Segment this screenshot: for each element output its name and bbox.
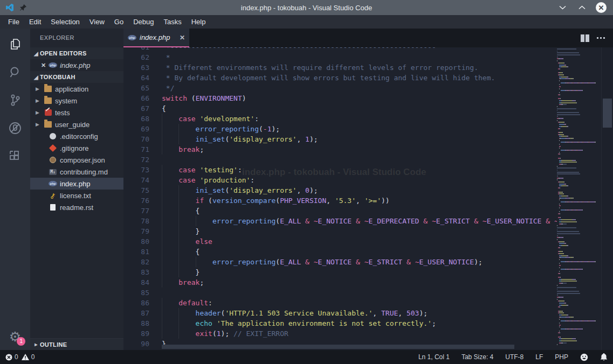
menu-go[interactable]: Go	[109, 16, 128, 27]
line-number[interactable]: 90	[123, 339, 162, 349]
line-number[interactable]: 86	[123, 298, 162, 308]
tree-item-system[interactable]: ▶system	[30, 95, 123, 107]
tree-item-license-txt[interactable]: ⚷license.txt	[30, 190, 123, 201]
warnings-indicator[interactable]: 0	[22, 353, 35, 361]
line-number[interactable]: 80	[123, 236, 162, 247]
line-number[interactable]: 68	[123, 114, 162, 124]
cursor-position[interactable]: Ln 1, Col 1	[418, 353, 450, 361]
code-line-73[interactable]: 73case 'testing':	[123, 165, 557, 175]
line-number[interactable]: 89	[123, 328, 162, 339]
minimap[interactable]	[557, 47, 601, 350]
tree-item-gitignore[interactable]: .gitignore	[30, 142, 123, 154]
line-number[interactable]: 66	[123, 93, 162, 103]
code-line-85[interactable]: 85	[123, 288, 557, 298]
vertical-scrollbar[interactable]	[601, 47, 613, 350]
code-line-70[interactable]: 70ini_set('display_errors', 1);	[123, 134, 557, 144]
line-number[interactable]: 75	[123, 185, 162, 195]
tree-item-readme-rst[interactable]: readme.rst	[30, 201, 123, 213]
line-number[interactable]: 72	[123, 155, 162, 165]
code-line-72[interactable]: 72	[123, 155, 557, 165]
code-line-87[interactable]: 87header('HTTP/1.1 503 Service Unavailab…	[123, 308, 557, 318]
code-line-69[interactable]: 69error_reporting(-1);	[123, 124, 557, 134]
line-number[interactable]: 77	[123, 206, 162, 216]
line-number[interactable]: 70	[123, 134, 162, 144]
line-number[interactable]: 76	[123, 195, 162, 206]
line-number[interactable]: 73	[123, 165, 162, 175]
feedback-smiley-icon[interactable]	[580, 353, 588, 361]
tab-size[interactable]: Tab Size: 4	[462, 353, 493, 361]
code-line-80[interactable]: 80else	[123, 236, 557, 247]
code-line-71[interactable]: 71break;	[123, 144, 557, 155]
code-line-78[interactable]: 78error_reporting(E_ALL & ~E_NOTICE & ~E…	[123, 216, 557, 226]
project-root-header[interactable]: ◢ TOKOBUAH	[30, 71, 123, 83]
code-line-74[interactable]: 74case 'production':	[123, 175, 557, 185]
line-number[interactable]: 85	[123, 288, 162, 298]
tab-close-icon[interactable]: ✕	[180, 34, 185, 41]
extensions-icon[interactable]	[7, 148, 23, 164]
code-line-63[interactable]: 63 * Different environments will require…	[123, 62, 557, 73]
line-number[interactable]: 63	[123, 62, 162, 73]
language-mode[interactable]: PHP	[555, 353, 568, 361]
line-number[interactable]: 67	[123, 103, 162, 114]
line-number[interactable]: 87	[123, 308, 162, 318]
tree-item-tests[interactable]: ▶tests	[30, 107, 123, 118]
editor[interactable]: 61 *------------------------------------…	[123, 47, 613, 350]
split-editor-icon[interactable]	[581, 34, 589, 42]
settings-gear-icon[interactable]: ⚙ 1	[9, 330, 21, 344]
code-line-82[interactable]: 82error_reporting(E_ALL & ~E_NOTICE & ~E…	[123, 257, 557, 267]
horizontal-scrollbar[interactable]	[162, 345, 545, 349]
open-editors-header[interactable]: ◢ OPEN EDITORS	[30, 47, 123, 59]
vertical-scrollbar-thumb[interactable]	[603, 99, 612, 128]
maximize-icon[interactable]	[576, 2, 587, 13]
minimize-icon[interactable]	[557, 2, 568, 13]
tab-index-php[interactable]: php index.php ✕	[123, 29, 189, 47]
menu-tasks[interactable]: Tasks	[159, 16, 186, 27]
code-line-62[interactable]: 62 *	[123, 52, 557, 62]
pin-icon[interactable]	[19, 4, 27, 11]
code-line-64[interactable]: 64 * By default development will show er…	[123, 73, 557, 83]
tree-item-application[interactable]: ▶application	[30, 83, 123, 95]
code-line-89[interactable]: 89exit(1); // EXIT_ERROR	[123, 328, 557, 339]
notifications-bell-icon[interactable]	[600, 353, 608, 361]
code-line-81[interactable]: 81{	[123, 247, 557, 257]
code-area[interactable]: 61 *------------------------------------…	[123, 47, 557, 350]
tree-item-composer-json[interactable]: composer.json	[30, 154, 123, 166]
tree-item-user_guide[interactable]: ▶user_guide	[30, 118, 123, 130]
menu-view[interactable]: View	[85, 16, 109, 27]
code-line-84[interactable]: 84break;	[123, 277, 557, 288]
code-line-67[interactable]: 67{	[123, 103, 557, 114]
tree-item-contributing-md[interactable]: M↓contributing.md	[30, 166, 123, 178]
line-number[interactable]: 78	[123, 216, 162, 226]
debug-disabled-icon[interactable]	[7, 120, 23, 136]
line-number[interactable]: 79	[123, 226, 162, 236]
open-editor-item[interactable]: ✕ php index.php	[30, 59, 123, 71]
code-line-65[interactable]: 65 */	[123, 83, 557, 93]
code-line-86[interactable]: 86default:	[123, 298, 557, 308]
menu-debug[interactable]: Debug	[128, 16, 159, 27]
code-line-83[interactable]: 83}	[123, 267, 557, 277]
line-number[interactable]: 65	[123, 83, 162, 93]
code-line-61[interactable]: 61 *------------------------------------…	[123, 47, 557, 52]
code-line-66[interactable]: 66switch (ENVIRONMENT)	[123, 93, 557, 103]
outline-header[interactable]: ▸ OUTLINE	[30, 338, 123, 350]
close-editor-icon[interactable]: ✕	[41, 62, 46, 69]
encoding[interactable]: UTF-8	[505, 353, 524, 361]
line-number[interactable]: 82	[123, 257, 162, 267]
close-icon[interactable]: ✕	[596, 2, 607, 13]
tree-item-editorconfig[interactable]: .editorconfig	[30, 130, 123, 142]
menu-file[interactable]: File	[3, 16, 24, 27]
code-line-77[interactable]: 77{	[123, 206, 557, 216]
line-number[interactable]: 81	[123, 247, 162, 257]
line-number[interactable]: 83	[123, 267, 162, 277]
line-number[interactable]: 71	[123, 144, 162, 155]
line-number[interactable]: 69	[123, 124, 162, 134]
code-line-75[interactable]: 75ini_set('display_errors', 0);	[123, 185, 557, 195]
errors-indicator[interactable]: 0	[5, 353, 18, 361]
menu-selection[interactable]: Selection	[46, 16, 84, 27]
code-line-88[interactable]: 88echo 'The application environment is n…	[123, 318, 557, 328]
line-number[interactable]: 64	[123, 73, 162, 83]
titlebar[interactable]: index.php - tokobuah - Visual Studio Cod…	[0, 0, 613, 15]
code-line-76[interactable]: 76if (version_compare(PHP_VERSION, '5.3'…	[123, 195, 557, 206]
menu-help[interactable]: Help	[187, 16, 211, 27]
line-number[interactable]: 62	[123, 52, 162, 62]
